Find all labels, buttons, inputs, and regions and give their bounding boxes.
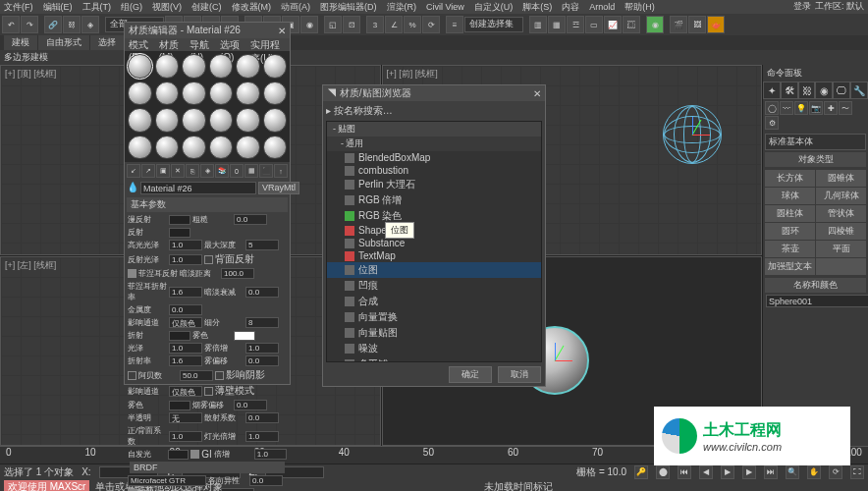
align-button[interactable]: ▦ (548, 16, 566, 33)
torus-button[interactable]: 圆环 (765, 223, 815, 240)
material-slot[interactable] (209, 108, 234, 133)
material-id-button[interactable]: 0 (230, 164, 244, 178)
gloss-spinner[interactable]: 1.0 (169, 343, 202, 354)
material-slot[interactable] (209, 82, 234, 106)
tree-item[interactable]: RGB 染色 (327, 208, 541, 224)
pan-icon[interactable]: ✋ (807, 465, 821, 479)
refract-swatch[interactable] (169, 331, 190, 341)
pyramid-button[interactable]: 四棱锥 (816, 223, 866, 240)
cameras-icon[interactable]: 📷 (809, 101, 823, 115)
material-name-input[interactable] (140, 182, 256, 194)
menu-item[interactable]: 创建(C) (191, 1, 222, 14)
tree-item[interactable]: 凹痕 (327, 278, 541, 294)
material-slot[interactable] (182, 54, 206, 79)
pivot-button[interactable]: ⊡ (343, 16, 360, 33)
zoom-icon[interactable]: 🔍 (786, 465, 799, 479)
shadow-checkbox[interactable] (215, 371, 224, 380)
material-slot[interactable] (155, 54, 180, 79)
refcoord-button[interactable]: ◱ (324, 16, 342, 33)
fb-spinner[interactable]: 1.0 (169, 431, 202, 442)
dimfall-spinner[interactable]: 0.0 (245, 287, 279, 298)
menu-item[interactable]: 内容 (562, 1, 579, 14)
affect-dropdown[interactable]: 仅颜色 (169, 317, 202, 328)
systems-icon[interactable]: ⚙ (765, 116, 779, 130)
mult-spinner[interactable]: 1.0 (254, 449, 287, 460)
geosphere-button[interactable]: 几何球体 (816, 188, 866, 204)
tree-item[interactable]: 向量贴图 (327, 325, 541, 341)
play-next-button[interactable]: ▶ (742, 465, 756, 479)
motion-tab[interactable]: ◉ (815, 82, 833, 99)
box-button[interactable]: 长方体 (765, 170, 815, 187)
tree-item[interactable]: combustion (327, 164, 541, 177)
get-material-button[interactable]: ↙ (127, 164, 140, 178)
metal-spinner[interactable]: 0.0 (169, 304, 202, 315)
tab-freeform[interactable]: 自由形式 (38, 35, 89, 50)
smokebias-spinner[interactable]: 0.0 (234, 400, 267, 410)
render-button[interactable]: 🫖 (707, 16, 725, 33)
maxscript-label[interactable]: 欢迎使用 MAXScr (4, 480, 89, 491)
material-slot[interactable] (128, 54, 152, 79)
render-frame-button[interactable]: 🖼 (688, 16, 706, 33)
section-basic[interactable]: 基本参数 (127, 197, 288, 212)
scatter-spinner[interactable]: 0.0 (245, 412, 279, 423)
lightmult-spinner[interactable]: 1.0 (245, 431, 279, 442)
sphere-wireframe[interactable] (663, 105, 722, 164)
menu-item[interactable]: 文件(F) (4, 1, 33, 14)
fogcolor-swatch[interactable] (169, 401, 190, 410)
toggle-ribbon-button[interactable]: ▭ (585, 16, 603, 33)
fog-swatch[interactable] (234, 331, 255, 341)
aniso-spinner[interactable]: 0.0 (249, 475, 283, 486)
gi-checkbox[interactable] (190, 450, 199, 459)
viewport-label[interactable]: [+] [前] [线框] (387, 68, 438, 81)
modify-tab[interactable]: 🛠 (781, 82, 798, 99)
tree-category[interactable]: - 通用 (327, 136, 541, 151)
object-name-input[interactable] (766, 295, 868, 307)
setkey-button[interactable]: ⬤ (656, 465, 670, 479)
thin-checkbox[interactable] (204, 387, 213, 396)
tree-item[interactable]: BlendedBoxMap (327, 151, 541, 164)
menu-item[interactable]: 动画(A) (281, 1, 310, 14)
backface-checkbox[interactable] (204, 255, 213, 264)
menu-item[interactable]: 脚本(S) (522, 1, 552, 14)
subdiv-spinner[interactable]: 8 (245, 317, 279, 328)
ior-spinner[interactable]: 1.6 (169, 355, 202, 366)
trans-dropdown[interactable]: 无 (169, 412, 202, 423)
play-button[interactable]: ▶ (721, 465, 734, 479)
material-slot[interactable] (263, 54, 288, 79)
pick-button[interactable]: 💧 (127, 182, 138, 194)
material-slot[interactable] (128, 108, 152, 133)
menu-item[interactable]: 组(G) (121, 1, 142, 14)
viewport-label[interactable]: [+] [顶] [线框] (5, 68, 56, 81)
show-end-button[interactable]: ⬛ (259, 164, 273, 178)
tube-button[interactable]: 管状体 (816, 205, 866, 222)
material-slot[interactable] (182, 82, 206, 106)
menu-item[interactable]: 视图(V) (152, 1, 182, 14)
schematic-button[interactable]: ⿴ (623, 16, 640, 33)
shader-type-button[interactable]: VRayMtl (258, 182, 299, 194)
put-library-button[interactable]: 📚 (215, 164, 229, 178)
close-icon[interactable]: ✕ (533, 88, 541, 99)
render-setup-button[interactable]: 🎬 (670, 16, 687, 33)
plane-button[interactable]: 平面 (816, 241, 866, 257)
go-parent-button[interactable]: ↑ (274, 164, 288, 178)
assign-button[interactable]: ▣ (156, 164, 170, 178)
material-slot[interactable] (236, 54, 260, 79)
tree-item[interactable]: RGB 倍增 (327, 192, 541, 208)
cone-button[interactable]: 圆锥体 (816, 170, 866, 187)
tree-item[interactable]: TextMap (327, 249, 541, 262)
spinner-snap-button[interactable]: ⟳ (422, 16, 440, 33)
menu-item[interactable]: 修改器(M) (232, 1, 272, 14)
fogmult-spinner[interactable]: 1.0 (245, 343, 279, 354)
named-sel-button[interactable]: ≡ (446, 16, 463, 33)
tree-item[interactable]: 向量置换 (327, 309, 541, 325)
undo-button[interactable]: ↶ (2, 16, 20, 33)
reflect-swatch[interactable] (169, 228, 190, 238)
rough-spinner[interactable]: 0.0 (234, 214, 267, 225)
menu-item[interactable]: 图形编辑器(D) (320, 1, 377, 14)
tree-item[interactable]: 合成 (327, 294, 541, 309)
login-link[interactable]: 登录 (793, 0, 811, 13)
tree-item[interactable]: Substance (327, 237, 541, 249)
selfillum-swatch[interactable] (168, 450, 189, 460)
fogbias-spinner[interactable]: 0.0 (245, 355, 279, 366)
menu-options[interactable]: 选项(O) (220, 38, 243, 51)
